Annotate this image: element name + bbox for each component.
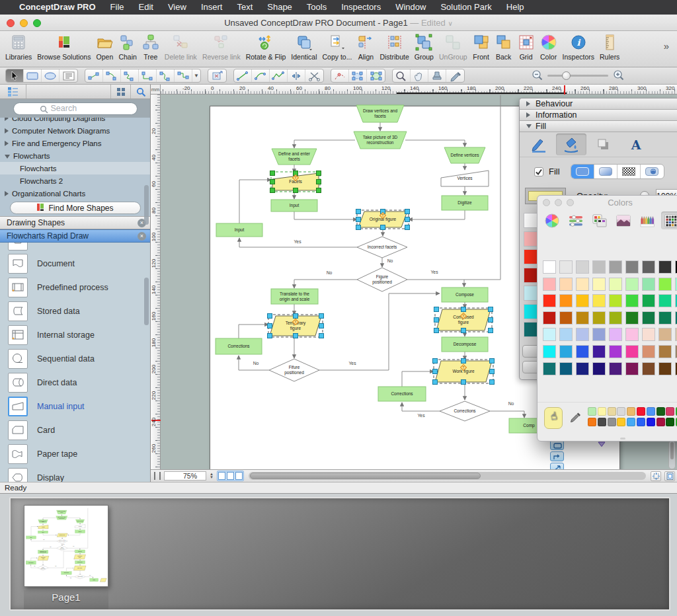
color-swatch[interactable]: [592, 260, 606, 274]
minimize-window-button[interactable]: [20, 19, 28, 27]
sidebar-item-fire-and-emergency-plans[interactable]: Fire and Emergency Plans: [0, 137, 150, 149]
recent-color-swatch[interactable]: [617, 418, 625, 426]
shape-item-manual-input[interactable]: Manual input: [0, 395, 150, 418]
menu-item-view[interactable]: View: [161, 0, 194, 15]
shape-item-manual-operation[interactable]: [0, 243, 150, 252]
toolbar-button-color[interactable]: Color: [540, 34, 557, 61]
disclosure-closed-icon[interactable]: [5, 118, 9, 121]
flowchart-node-n20[interactable]: Work figureT: [433, 359, 495, 385]
color-swatch[interactable]: [592, 345, 606, 358]
flowchart-node-n14[interactable]: Temporaryfigure: [38, 556, 49, 560]
color-swatch[interactable]: [609, 260, 622, 274]
menu-item-edit[interactable]: Edit: [132, 0, 161, 15]
color-swatch[interactable]: [543, 278, 556, 291]
disclosure-open-icon[interactable]: [5, 155, 10, 159]
color-swatch[interactable]: [658, 294, 672, 307]
flowchart-node-n23[interactable]: Comp: [90, 578, 99, 582]
zoom-level-value[interactable]: 75%: [164, 471, 206, 481]
color-swatch[interactable]: [543, 362, 556, 375]
section-flowcharts-rapid-draw[interactable]: Flowcharts Rapid Draw ×: [0, 229, 150, 243]
color-swatch[interactable]: [524, 286, 538, 301]
flowchart-node-n4[interactable]: Facets: [38, 525, 48, 529]
fit-page-button[interactable]: [651, 471, 661, 481]
pane-splitter-icon[interactable]: [154, 472, 161, 480]
fill-style-texture-button[interactable]: [641, 165, 664, 178]
rapid-draw-button-2[interactable]: [550, 451, 564, 461]
color-swatch[interactable]: [592, 362, 606, 375]
tool-textbox[interactable]: [60, 69, 77, 82]
flowchart-node-n10[interactable]: Define vertices: [75, 520, 84, 523]
menu-item-text[interactable]: Text: [229, 0, 260, 15]
flowchart-node-n13[interactable]: Translate to theorigin and scale: [38, 550, 48, 553]
sidebar-item-flowcharts[interactable]: Flowcharts: [0, 162, 150, 174]
zoom-in-icon[interactable]: [613, 69, 624, 83]
flowchart-node-n1[interactable]: Draw vertices andfacets: [56, 510, 67, 514]
toolbar-button-align[interactable]: Align: [357, 34, 374, 61]
rapid-draw-button-1[interactable]: [550, 440, 564, 450]
inspector-section-behaviour[interactable]: Behaviour: [520, 98, 677, 110]
recent-color-swatch[interactable]: [657, 407, 665, 416]
shape-item-paper-tape[interactable]: Paper tape: [0, 442, 150, 466]
close-icon[interactable]: ×: [138, 232, 146, 241]
color-swatch[interactable]: [625, 362, 639, 375]
page-view-button[interactable]: [227, 472, 234, 480]
tool-arc[interactable]: [252, 69, 270, 82]
color-swatch[interactable]: [658, 311, 672, 325]
flowchart-node-n2[interactable]: Take picture of 3Dreconstruction: [354, 132, 407, 149]
recent-color-swatch[interactable]: [608, 407, 616, 416]
color-swatch[interactable]: [642, 345, 655, 358]
color-swatch[interactable]: [559, 311, 573, 325]
tool-conn-elbow2[interactable]: [139, 69, 157, 82]
color-swatch[interactable]: [609, 362, 622, 375]
recent-color-swatch[interactable]: [666, 418, 674, 426]
flowchart-node-n18[interactable]: Composedfigure: [74, 555, 86, 559]
flowchart-node-n6[interactable]: Original figure: [57, 533, 67, 537]
flowchart-node-n9[interactable]: Figurepositioned: [57, 545, 68, 551]
tool-conn-straight[interactable]: [85, 69, 103, 82]
color-swatch[interactable]: [559, 345, 573, 358]
tool-scissors[interactable]: [305, 69, 323, 82]
flowchart-node-n16[interactable]: Fifurepositioned: [38, 565, 49, 570]
sidebar-scrollbar-thumb[interactable]: [144, 185, 149, 225]
flowchart-node-n21[interactable]: Corrections: [61, 572, 72, 575]
menu-item-solution-park[interactable]: Solution Park: [433, 0, 498, 15]
recent-color-swatch[interactable]: [666, 407, 674, 416]
menu-item-tools[interactable]: Tools: [299, 0, 334, 15]
tool-pointer[interactable]: [6, 69, 24, 82]
toolbar-button-copy-to[interactable]: Copy to...: [322, 34, 352, 61]
flowchart-node-n3[interactable]: Define and enterfacets: [272, 149, 317, 165]
color-swatch[interactable]: [524, 213, 538, 228]
flowchart-node-n8[interactable]: Incorrect facets: [357, 237, 407, 258]
color-swatch[interactable]: [559, 294, 573, 307]
color-swatch[interactable]: [592, 294, 606, 307]
recent-color-swatch[interactable]: [598, 407, 606, 416]
color-crayons-tab[interactable]: [637, 212, 657, 229]
color-swatch[interactable]: [642, 260, 655, 274]
recent-color-swatch[interactable]: [637, 407, 645, 416]
tool-conn-arc[interactable]: [103, 69, 121, 82]
color-swatch[interactable]: [658, 328, 672, 341]
menu-item-conceptdraw-pro[interactable]: ConceptDraw PRO: [12, 0, 103, 15]
actual-size-button[interactable]: [664, 471, 675, 481]
color-palettes-tab[interactable]: [590, 212, 609, 229]
inspector-section-fill[interactable]: Fill: [520, 121, 677, 132]
toolbar-button-rotate-flip[interactable]: Rotate & Flip: [246, 34, 286, 61]
shape-item-direct-data[interactable]: Direct data: [0, 371, 150, 395]
flowchart-node-n5[interactable]: Input: [38, 531, 48, 533]
tool-zoom-tool[interactable]: [393, 69, 411, 82]
color-swatch[interactable]: [625, 328, 639, 341]
recent-color-swatch[interactable]: [608, 418, 616, 426]
flowchart-node-n9[interactable]: Figurepositioned: [357, 268, 407, 291]
toolbar-button-inspectors[interactable]: i Inspectors: [563, 34, 594, 61]
color-swatch[interactable]: [524, 268, 538, 283]
color-swatch[interactable]: [576, 362, 589, 375]
tool-node-edit2[interactable]: [367, 69, 385, 82]
color-swatch[interactable]: [642, 311, 655, 325]
shape-item-sequential-data[interactable]: Sequential data: [0, 347, 150, 371]
shape-item-internal-storage[interactable]: Internal storage: [0, 323, 150, 347]
colors-panel-titlebar[interactable]: Colors: [538, 196, 677, 210]
connector-tool-dropdown[interactable]: ▼: [192, 69, 200, 82]
sidebar-item-cloud-computing-diagrams[interactable]: Cloud Computing Diagrams: [0, 118, 150, 124]
color-swatch[interactable]: [625, 345, 639, 358]
fill-style-pattern-button[interactable]: [617, 165, 641, 178]
